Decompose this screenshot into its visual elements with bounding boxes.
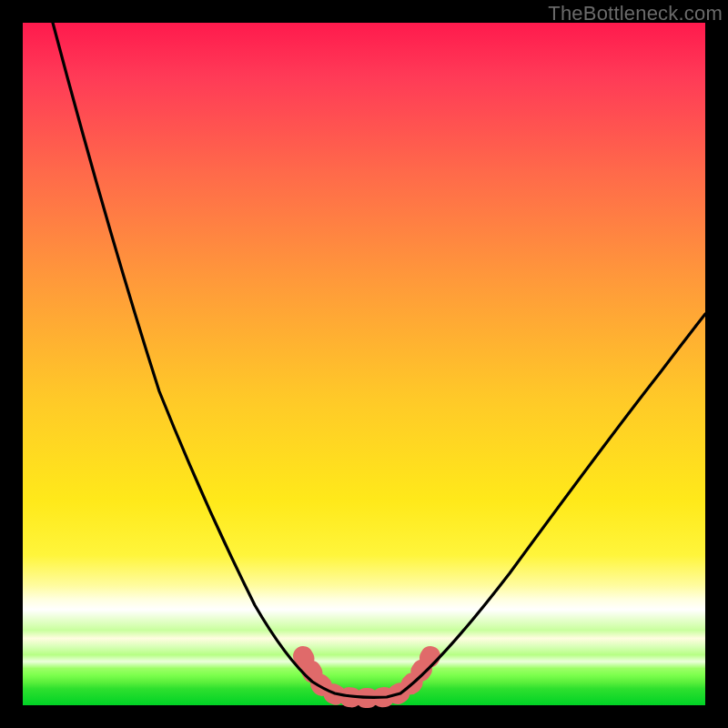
plot-frame: [23, 23, 705, 705]
watermark-text: TheBottleneck.com: [548, 2, 723, 25]
curve-overlay: [23, 23, 705, 705]
bottleneck-curve: [53, 23, 705, 697]
throat-highlight: [303, 656, 430, 698]
